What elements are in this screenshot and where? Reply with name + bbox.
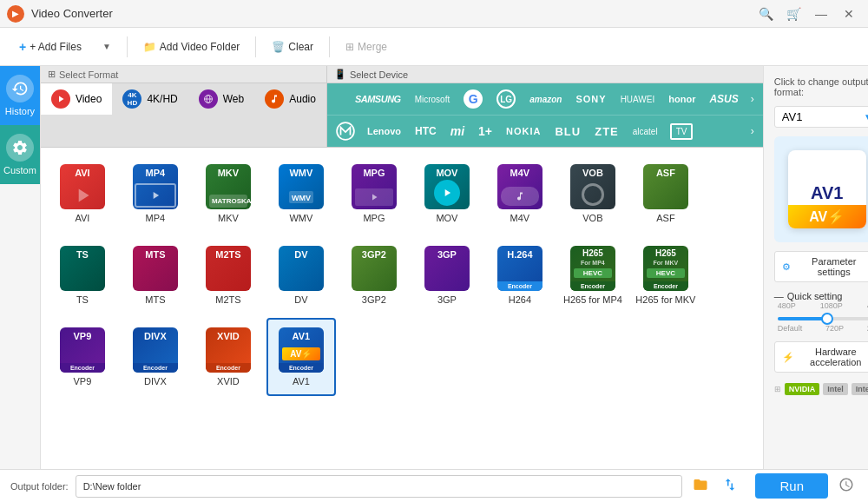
format-header-icon: ⊞ <box>48 69 56 80</box>
device-alcatel[interactable]: alcatel <box>628 125 663 138</box>
device-microsoft[interactable]: Microsoft <box>410 93 456 106</box>
schedule-button[interactable] <box>835 475 858 498</box>
format-wmv[interactable]: WMV WMV WMV <box>266 155 336 233</box>
3gp2-label: 3GP2 <box>362 294 386 305</box>
format-av1[interactable]: AV1 AV⚡ Encoder AV1 <box>266 318 336 396</box>
format-3gp[interactable]: 3GP 3GP <box>412 236 482 314</box>
ts-icon: TS <box>60 246 105 291</box>
amazon-logo: amazon <box>529 95 562 104</box>
format-mpg[interactable]: MPG MPG <box>339 155 409 233</box>
select-format-label: Select Format <box>59 69 118 80</box>
video-format-button[interactable]: Video <box>41 83 112 115</box>
web-icon <box>199 89 218 109</box>
slider-track[interactable] <box>778 317 868 320</box>
device-samsung[interactable]: SAMSUNG <box>350 92 406 106</box>
svg-text:WMV: WMV <box>292 194 311 202</box>
dropdown-arrow-button[interactable]: ▼ <box>94 36 120 56</box>
device-oneplus[interactable]: 1+ <box>473 122 497 140</box>
format-xvid[interactable]: XVID Encoder XVID <box>194 318 263 396</box>
format-vp9[interactable]: VP9 Encoder VP9 <box>48 318 117 396</box>
google-icon: G <box>464 89 483 109</box>
device-blu[interactable]: BLU <box>549 123 586 140</box>
format-h265mp4[interactable]: H265 For MP4 HEVC Encoder H265 for MP4 <box>558 236 628 314</box>
hardware-acceleration-button[interactable]: ⚡ Hardware acceleration <box>774 341 868 373</box>
format-selector[interactable]: AV1 ▼ <box>774 106 868 128</box>
wmv-label: WMV <box>289 213 312 223</box>
format-ts[interactable]: TS TS <box>48 236 117 314</box>
mp4-label: MP4 <box>146 213 166 223</box>
add-files-button[interactable]: + + Add Files <box>10 35 90 59</box>
merge-button[interactable]: ⊞ Merge <box>337 36 396 58</box>
format-vob[interactable]: VOB VOB <box>558 155 628 233</box>
dv-icon: DV <box>279 246 324 291</box>
device-mi[interactable]: mi <box>445 122 470 140</box>
device-nokia[interactable]: NOKIA <box>501 124 546 138</box>
motorola-icon <box>336 122 355 141</box>
bottom-bar: Output folder: Run <box>0 469 868 502</box>
format-device-row: ⊞ Select Format Video 4KHD 4K/HD Web <box>41 66 763 148</box>
format-avi[interactable]: AVI AVI <box>48 155 117 233</box>
nvidia-label-text: ⊞ <box>774 385 781 393</box>
add-folder-button[interactable]: 📁 Add Video Folder <box>135 36 249 58</box>
device-htc[interactable]: HTC <box>410 123 442 139</box>
device-sony[interactable]: SONY <box>570 92 611 106</box>
mkv-label: MKV <box>218 213 239 223</box>
device-amazon[interactable]: amazon <box>524 93 567 106</box>
device-zte[interactable]: ZTE <box>589 123 624 140</box>
format-h264[interactable]: H.264 Encoder H264 <box>485 236 555 314</box>
parameter-settings-button[interactable]: ⚙ Parameter settings <box>774 251 868 282</box>
browse-folder-button[interactable] <box>689 475 712 498</box>
sidebar-item-custom[interactable]: Custom <box>0 125 40 184</box>
device-scroll-right[interactable]: › <box>747 93 758 105</box>
device-lg[interactable]: LG <box>491 88 521 110</box>
slider-thumb[interactable] <box>821 313 833 325</box>
sidebar-item-history[interactable]: History <box>0 66 40 125</box>
format-asf[interactable]: ASF ASF <box>631 155 700 233</box>
avi-label: AVI <box>75 213 89 223</box>
audio-format-button[interactable]: Audio <box>254 83 326 115</box>
format-h265mkv[interactable]: H265 For MKV HEVC Encoder H265 for MKV <box>631 236 700 314</box>
m4v-icon: M4V <box>497 164 542 209</box>
lenovo-logo: Lenovo <box>367 126 401 136</box>
asus-logo: ASUS <box>709 93 738 105</box>
clear-button[interactable]: 🗑️ Clear <box>263 36 322 58</box>
samsung-logo: SAMSUNG <box>355 94 401 104</box>
device-huawei[interactable]: HUAWEI <box>615 93 661 106</box>
format-buttons: Video 4KHD 4K/HD Web Audio <box>41 83 326 115</box>
minimize-btn[interactable]: — <box>809 5 833 23</box>
device-lenovo[interactable]: Lenovo <box>362 124 406 138</box>
format-divx[interactable]: DIVX Encoder DIVX <box>121 318 190 396</box>
h264-label: H264 <box>509 294 531 305</box>
device-asus[interactable]: ASUS <box>704 91 743 107</box>
output-path-input[interactable] <box>76 475 683 498</box>
transfer-button[interactable] <box>719 475 741 498</box>
hd-format-button[interactable]: 4KHD 4K/HD <box>112 83 187 115</box>
format-m2ts[interactable]: M2TS M2TS <box>194 236 263 314</box>
run-button[interactable]: Run <box>755 473 828 499</box>
close-btn[interactable]: ✕ <box>837 5 861 23</box>
web-format-button[interactable]: Web <box>188 83 254 115</box>
format-mov[interactable]: MOV MOV <box>412 155 482 233</box>
device-motorola[interactable] <box>332 120 358 142</box>
h265mkv-label: H265 for MKV <box>635 294 695 305</box>
main-content: History Custom ⊞ Select Format Vid <box>0 66 868 469</box>
format-m4v[interactable]: M4V M4V <box>485 155 555 233</box>
cart-btn[interactable]: 🛒 <box>781 5 806 23</box>
device-tv[interactable]: TV <box>667 122 697 142</box>
format-mkv[interactable]: MKV MATROSKA MKV <box>194 155 263 233</box>
format-dv[interactable]: DV DV <box>266 236 336 314</box>
device-apple[interactable] <box>332 97 346 101</box>
format-mts[interactable]: MTS MTS <box>121 236 190 314</box>
format-mp4[interactable]: MP4 MP4 <box>121 155 190 233</box>
app-icon: ▶ <box>7 5 24 23</box>
quality-slider-container: 480P 1080P 4K Default 720P 2K <box>774 301 868 333</box>
format-3gp2[interactable]: 3GP2 3GP2 <box>339 236 409 314</box>
ts-label: TS <box>76 294 89 305</box>
h265mp4-label: H265 for MP4 <box>563 294 622 305</box>
wmv-icon: WMV WMV <box>279 164 324 209</box>
search-btn[interactable]: 🔍 <box>753 5 778 23</box>
device-row2-scroll[interactable]: › <box>747 125 758 137</box>
device-honor[interactable]: honor <box>663 92 700 106</box>
huawei-logo: HUAWEI <box>621 95 655 104</box>
device-google[interactable]: G <box>458 88 488 110</box>
